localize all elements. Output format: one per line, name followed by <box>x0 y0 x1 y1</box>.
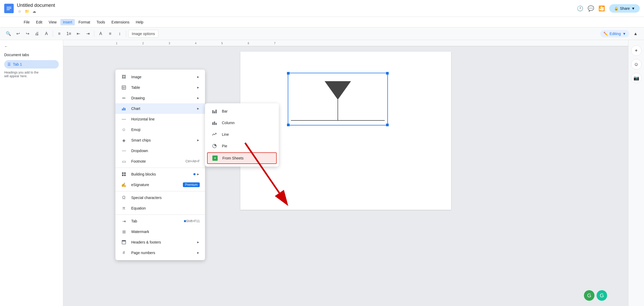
sidebar-tab-1[interactable]: ☰ Tab 1 <box>4 60 59 69</box>
menu-item-tab[interactable]: ⇥ Tab Shift+F11 <box>115 216 205 226</box>
spacing-btn[interactable]: ↕ <box>115 30 124 38</box>
headers-label: Headers & footers <box>131 240 197 244</box>
table-icon <box>121 84 127 91</box>
share-button[interactable]: 🔒 Share ▼ <box>609 4 640 13</box>
star-icon[interactable]: ☆ <box>17 9 22 14</box>
chart-menu-column[interactable]: Column <box>205 117 279 129</box>
numbered-list-btn[interactable]: 1≡ <box>65 30 73 38</box>
premium-badge: Premium <box>183 182 200 187</box>
menu-item-equation[interactable]: π Equation <box>115 203 205 213</box>
menu-edit[interactable]: Edit <box>33 19 45 25</box>
share-label: Share <box>620 6 630 11</box>
menu-item-esignature[interactable]: ✍ eSignature Premium <box>115 179 205 190</box>
app-icon <box>4 4 14 13</box>
menu-item-horizontal-line[interactable]: — Horizontal line <box>115 114 205 124</box>
pencil-icon: ✏️ <box>603 32 608 36</box>
page-numbers-icon: # <box>121 250 127 256</box>
line-chart-icon <box>211 131 218 138</box>
chart-menu-from-sheets[interactable]: + From Sheets <box>207 152 277 164</box>
menu-tools[interactable]: Tools <box>94 19 108 25</box>
svg-text:1: 1 <box>116 42 118 45</box>
headers-icon <box>121 239 127 245</box>
menu-item-building-blocks[interactable]: Building blocks ► <box>115 169 205 179</box>
emoji-react-icon[interactable]: ☺ <box>631 59 642 70</box>
menu-item-footnote[interactable]: ▭ Footnote Ctrl+Alt+F <box>115 156 205 167</box>
list-btn[interactable]: ≡ <box>55 30 64 38</box>
lock-icon: 🔒 <box>614 6 618 11</box>
smart-chips-label: Smart chips <box>131 138 197 142</box>
editing-label: Editing <box>609 32 621 36</box>
drawing-arrow-icon: ► <box>197 96 200 100</box>
menu-format[interactable]: Format <box>76 19 93 25</box>
footnote-label: Footnote <box>131 159 183 163</box>
collapse-toolbar-btn[interactable]: ▲ <box>631 30 640 38</box>
menu-item-page-numbers[interactable]: # Page numbers ► <box>115 247 205 258</box>
sheets-icon: + <box>212 155 218 161</box>
highlight-btn[interactable]: A <box>96 30 105 38</box>
page-numbers-arrow-icon: ► <box>197 251 200 255</box>
grammarly-icon-2[interactable]: G <box>597 290 607 301</box>
menu-item-emoji[interactable]: ☺ Emoji <box>115 124 205 135</box>
menu-item-image[interactable]: 🖼 Image ► <box>115 72 205 82</box>
history-icon[interactable]: 🕐 <box>577 5 583 12</box>
svg-rect-21 <box>216 123 217 125</box>
sidebar-back-button[interactable]: ← <box>4 44 59 48</box>
editing-mode-button[interactable]: ✏️ Editing ▼ <box>600 30 629 37</box>
special-characters-label: Special characters <box>131 196 200 200</box>
menu-help[interactable]: Help <box>133 19 146 25</box>
indent-right-btn[interactable]: ⇥ <box>84 30 92 38</box>
menu-item-watermark[interactable]: ⊞ Watermark <box>115 226 205 237</box>
menu-file[interactable]: File <box>21 19 32 25</box>
menu-insert[interactable]: Insert <box>60 19 75 25</box>
menu-item-smart-chips[interactable]: ◈ Smart chips ► <box>115 135 205 145</box>
video-icon[interactable]: 🎦 <box>598 5 605 12</box>
line-label: Line <box>222 132 229 137</box>
chart-menu-bar[interactable]: Bar <box>205 105 279 117</box>
drawing-label: Drawing <box>131 96 197 100</box>
share-chevron-icon: ▼ <box>631 6 635 11</box>
emoji-label: Emoji <box>131 128 200 132</box>
menu-view[interactable]: View <box>46 19 59 25</box>
svg-rect-26 <box>124 174 126 176</box>
sheets-logo: + <box>212 156 218 161</box>
main-layout: ← Document tabs ☰ Tab 1 Headings you add… <box>0 40 644 306</box>
building-blocks-icon <box>121 171 127 177</box>
triangle-shape <box>325 81 351 100</box>
align-btn[interactable]: ≡ <box>106 30 114 38</box>
title-icons: ☆ 📁 ☁ <box>17 9 55 14</box>
suggest-icon[interactable]: 📷 <box>631 73 642 83</box>
indent-left-btn[interactable]: ⇤ <box>74 30 82 38</box>
smart-chips-icon: ◈ <box>121 137 127 143</box>
doc-title[interactable]: Untitled document <box>17 3 55 8</box>
building-blocks-label: Building blocks <box>131 172 191 176</box>
menu-item-special-characters[interactable]: Ω Special characters <box>115 192 205 203</box>
menu-item-dropdown[interactable]: ⸻ Dropdown <box>115 145 205 156</box>
svg-rect-14 <box>123 108 124 110</box>
print-btn[interactable]: 🖨 <box>33 30 41 38</box>
svg-rect-24 <box>124 172 126 174</box>
menu-item-headers-footers[interactable]: Headers & footers ► <box>115 237 205 247</box>
menu-item-chart[interactable]: Chart ► Bar <box>115 103 205 114</box>
redo-btn[interactable]: ↪ <box>23 30 32 38</box>
svg-rect-13 <box>122 109 123 110</box>
add-comment-icon[interactable]: + <box>631 45 642 56</box>
menu-item-table[interactable]: Table ► <box>115 82 205 93</box>
cloud-icon[interactable]: ☁ <box>32 9 37 14</box>
chart-menu-pie[interactable]: Pie <box>205 140 279 152</box>
chart-menu-line[interactable]: Line <box>205 129 279 140</box>
bottom-right-icons: G G <box>584 290 607 301</box>
divider2 <box>115 191 205 191</box>
selected-image[interactable] <box>288 73 388 125</box>
headers-arrow-icon: ► <box>197 240 200 244</box>
search-btn[interactable]: 🔍 <box>4 30 13 38</box>
svg-rect-16 <box>212 110 213 113</box>
comment-icon[interactable]: 💬 <box>588 5 594 12</box>
folder-icon[interactable]: 📁 <box>24 9 30 14</box>
svg-rect-19 <box>212 122 213 125</box>
grammarly-icon-1[interactable]: G <box>584 290 594 301</box>
image-options-button[interactable]: Image options <box>128 30 158 38</box>
spellcheck-btn[interactable]: A <box>42 30 51 38</box>
menu-item-drawing[interactable]: ✏ Drawing ► <box>115 93 205 103</box>
undo-btn[interactable]: ↩ <box>14 30 22 38</box>
menu-extensions[interactable]: Extensions <box>109 19 132 25</box>
